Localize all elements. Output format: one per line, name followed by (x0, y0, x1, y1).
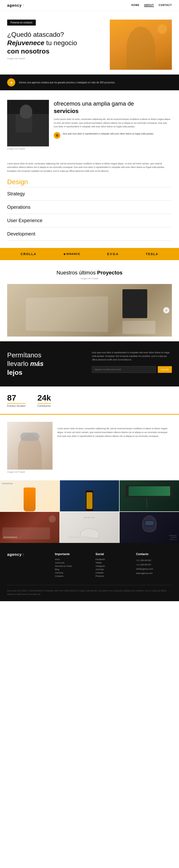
services-title: ofrecemos una amplia gama de servicios (54, 100, 172, 115)
contact-button[interactable]: Ponerse en contacto (7, 20, 36, 26)
footer-contact-info: +11 256-68-552 +11 456-88-557 info@agenc… (136, 558, 172, 576)
footer-bottom-text: Duis aute irure dolor in reprehenderit i… (7, 589, 172, 596)
stat-label-contribution: Contribución (37, 403, 51, 407)
about-section: Imagen de Freepik Lorem ipsum dolor sit … (0, 415, 179, 480)
cta-title-col: Permítanos llevarlo más lejos (7, 351, 87, 377)
stat-number-social: 87 (7, 393, 26, 402)
portfolio-label-wonderbum: WONDERBUM (4, 536, 17, 538)
portfolio-item-branding: WONDERBUM (0, 512, 60, 543)
logo-tesla: TESLA (146, 252, 158, 256)
play-button[interactable]: ▶ (7, 79, 15, 87)
email-input[interactable] (92, 366, 156, 373)
footer-top: agency↑ Importante Inicio Acerca de Serv… (7, 553, 172, 578)
hero-content: Ponerse en contacto ¿Quedó atascado? Rej… (7, 20, 105, 60)
footer-link[interactable]: Inicio (55, 558, 91, 561)
portfolio-item-vr: GONZALEZSTARPIXJUN 08, 14 (119, 512, 179, 543)
logos-bar: CROLLA ◈ BINANCE EVGA TESLA (0, 248, 179, 260)
footer-brand: agency↑ (7, 553, 50, 578)
nav-contact[interactable]: CONTACT (159, 4, 172, 7)
about-content: Lorem ipsum dolor sit amet, consectetur … (57, 422, 172, 438)
footer-logo: agency↑ (7, 553, 50, 557)
services-image (7, 100, 49, 147)
hero-image-caption: Imagen de Freepik (7, 57, 105, 60)
portfolio-label-orangina: ORANGINA (2, 483, 13, 485)
cta-section: Permítanos llevarlo más lejos Duis aute … (0, 341, 179, 386)
stat-number-contribution: 24k (37, 393, 51, 402)
navbar: agency↑ HOME ABOUT CONTACT (0, 0, 179, 11)
nav-home[interactable]: HOME (131, 4, 139, 7)
services-body: Lorem ipsum dolor sit amet, consectetur … (54, 118, 172, 128)
footer-link[interactable]: LinkedIn (96, 571, 131, 574)
services-list-section: Lorem ipsum dolor sit amet, consectetur … (0, 160, 179, 241)
service-item-development[interactable]: Development (7, 227, 172, 241)
portfolio-item-billboard (119, 480, 179, 512)
stat-contribution: 24k Contribución (37, 393, 51, 407)
services-list-intro: Lorem ipsum dolor sit amet, consectetur … (7, 162, 172, 173)
nav-about[interactable]: ABOUT (144, 4, 154, 7)
footer-link[interactable]: Blog (55, 568, 91, 570)
stats-section: 87 Eventos Sociales 24k Contribución (0, 386, 179, 415)
portfolio-item-cup: ORANGINA (0, 480, 60, 512)
logo-crolla: CROLLA (21, 252, 37, 256)
services-image-wrapper: Imagen de Freepik (7, 100, 49, 150)
subscribe-button[interactable]: Suscribir (158, 366, 172, 373)
hero-title: ¿Quedó atascado? Rejuvenece tu negocio c… (7, 30, 105, 55)
logo-text: agency (7, 3, 22, 8)
footer-link[interactable]: YouTube (96, 568, 131, 570)
about-body: Lorem ipsum dolor sit amet, consectetur … (57, 427, 172, 438)
nav-logo: agency↑ (7, 3, 25, 8)
hero-desc-text: Somos una agencia creativa que ha ganado… (19, 81, 115, 85)
portfolio-item-phone (60, 480, 119, 512)
footer-link[interactable]: Contacto (55, 575, 91, 577)
service-item-ux[interactable]: User Experience (7, 214, 172, 227)
about-image (7, 422, 52, 470)
logo-binance: ◈ BINANCE (64, 252, 80, 255)
footer-col-title-important: Importante (55, 553, 91, 556)
footer-link[interactable]: Twitter (96, 562, 131, 564)
hero-title-line3: con nosotros (7, 47, 105, 55)
about-image-caption: Imagen de Freepik (7, 471, 52, 473)
service-item-strategy[interactable]: Strategy (7, 187, 172, 200)
services-highlight: ⚙ Duis aute irure dolor in reprehenderit… (54, 132, 172, 139)
hero-title-line1: ¿Quedó atascado? (7, 30, 105, 39)
footer-col-title-social: Social (96, 553, 131, 556)
logo-icon: ↑ (22, 3, 25, 8)
projects-section: Nuestros últimos Proyectos Imagen de Fre… (0, 260, 179, 341)
cta-title: Permítanos llevarlo más lejos (7, 351, 87, 377)
about-image-wrapper: Imagen de Freepik (7, 422, 52, 473)
portfolio-item-cap: Karras Devi (60, 512, 119, 543)
hero-title-highlight: Rejuvenece tu negocio (7, 39, 105, 47)
footer-link[interactable]: Acerca de (55, 562, 91, 564)
footer-col-title-contact: Contacto (136, 553, 172, 556)
stat-social: 87 Eventos Sociales (7, 393, 26, 407)
stat-label-social: Eventos Sociales (7, 403, 26, 407)
cta-form: Suscribir (92, 366, 172, 373)
hero-image (110, 20, 172, 70)
service-item-operations[interactable]: Operations (7, 200, 172, 214)
play-icon: ▶ (11, 81, 13, 84)
cta-body: Duis aute irure dolor in reprehenderit i… (92, 351, 172, 362)
services-section: Imagen de Freepik ofrecemos una amplia g… (0, 90, 179, 160)
footer-col-social: Social Facebook Twitter Instagram YouTub… (96, 553, 131, 578)
services-highlight-text: Duis aute irure dolor in reprehenderit i… (63, 132, 154, 136)
project-nav-arrow[interactable]: › (163, 307, 170, 313)
footer-link[interactable]: Facebook (96, 558, 131, 561)
portfolio-grid: ORANGINA WONDERBUM Karras Devi GONZALEZS… (0, 480, 179, 543)
footer-link[interactable]: Carreras (55, 571, 91, 574)
projects-caption: Imagen de Freepik (7, 277, 172, 280)
cta-content-col: Duis aute irure dolor in reprehenderit i… (92, 351, 172, 373)
hero-section: Ponerse en contacto ¿Quedó atascado? Rej… (0, 11, 179, 70)
services-content: ofrecemos una amplia gama de servicios L… (54, 100, 172, 139)
footer-col-contact: Contacto +11 256-68-552 +11 456-88-557 i… (136, 553, 172, 578)
footer: agency↑ Importante Inicio Acerca de Serv… (0, 543, 179, 601)
footer-link[interactable]: Instagram (96, 565, 131, 567)
footer-link[interactable]: Servicios & Áreas (55, 565, 91, 567)
hero-description-bar: ▶ Somos una agencia creativa que ha gana… (0, 74, 179, 90)
logo-evga: EVGA (107, 252, 119, 256)
gear-icon: ⚙ (54, 132, 60, 139)
footer-bottom: Duis aute irure dolor in reprehenderit i… (7, 585, 172, 596)
services-image-caption: Imagen de Freepik (7, 148, 49, 150)
projects-title: Nuestros últimos Proyectos (7, 270, 172, 276)
footer-link[interactable]: Pinterest (96, 575, 131, 577)
project-image-container: › (7, 284, 172, 337)
